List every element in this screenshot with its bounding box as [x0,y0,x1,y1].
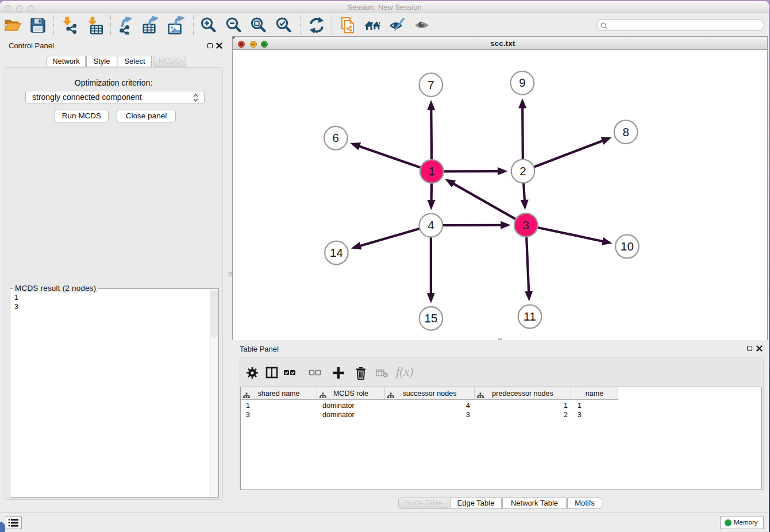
svg-text:11: 11 [523,310,536,323]
svg-text:2: 2 [519,164,526,178]
svg-text:1: 1 [429,164,435,178]
svg-text:15: 15 [424,311,437,325]
svg-text:f(x): f(x) [396,365,414,379]
svg-text:7: 7 [428,78,434,91]
svg-text:10: 10 [621,240,634,253]
svg-text:14: 14 [330,246,343,259]
svg-text:9: 9 [519,76,525,89]
svg-text:8: 8 [622,125,629,138]
svg-text:3: 3 [523,218,529,232]
svg-text:4: 4 [428,218,434,232]
svg-text:6: 6 [333,131,339,144]
